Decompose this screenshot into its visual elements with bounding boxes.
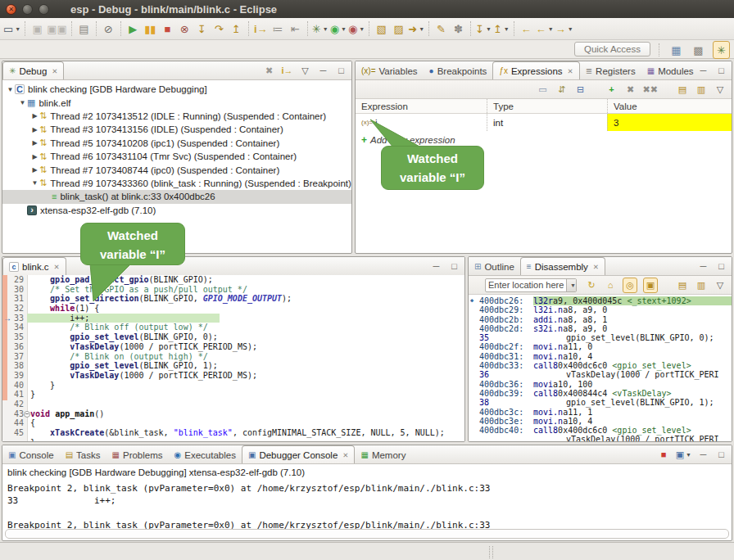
resume-button[interactable]: ▶ <box>125 20 141 37</box>
sync-context-button[interactable]: ◎ <box>623 278 637 293</box>
display-selected-console-button[interactable]: ▣▼ <box>676 448 691 461</box>
save-button[interactable]: ▣ <box>29 20 45 37</box>
line-number[interactable]: 39 <box>2 371 30 380</box>
minimize-button[interactable]: ─ <box>430 260 442 273</box>
remove-all-expressions-button[interactable]: ✖✖ <box>643 83 658 97</box>
flash-button[interactable]: ➜▼ <box>408 20 424 37</box>
tab-modules[interactable]: ▦Modules <box>641 62 700 79</box>
tab-close-icon[interactable]: ✕ <box>593 263 599 271</box>
window-close-button[interactable]: ✕ <box>6 4 16 15</box>
column-header-expression[interactable]: Expression <box>356 99 487 113</box>
line-number[interactable]: 40 <box>2 381 30 390</box>
line-number[interactable]: 44 <box>2 418 30 427</box>
skip-breakpoints-button[interactable]: ⊘ <box>101 20 116 37</box>
open-perspective-button[interactable]: ▦ <box>668 42 684 58</box>
tab-disassembly[interactable]: ≡Disassembly✕ <box>520 257 605 275</box>
show-logical-structures-button[interactable]: ⇵ <box>555 83 569 97</box>
debug-tree-row[interactable]: ▶⇅Thread #2 1073413512 (IDLE : Running) … <box>2 110 351 123</box>
window-maximize-button[interactable] <box>39 4 49 15</box>
terminate-button[interactable]: ■ <box>658 448 670 461</box>
line-number[interactable]: 38 <box>2 361 30 370</box>
value-cell[interactable]: 3 <box>607 114 732 131</box>
new-view-button[interactable]: ▤ <box>676 83 689 97</box>
add-expression-button[interactable]: + <box>605 83 618 97</box>
disassembly-content[interactable]: ◆400dbc26:l32ra9, 0x400d045c <_stext+109… <box>469 295 732 441</box>
fold-collapse-icon[interactable] <box>24 411 30 418</box>
debug-tree-row[interactable]: ▶⇅Thread #3 1073413156 (IDLE) (Suspended… <box>2 123 351 136</box>
step-into-button[interactable]: ↧ <box>194 20 210 37</box>
minimize-button[interactable]: ─ <box>697 448 709 461</box>
tab-breakpoints[interactable]: ●Breakpoints <box>424 62 493 79</box>
show-type-names-button[interactable]: ▭ <box>537 83 550 97</box>
tab-tasks[interactable]: ▤Tasks <box>60 446 106 463</box>
search-button[interactable]: ✽ <box>451 20 466 37</box>
tab-variables[interactable]: (x)=Variables <box>356 62 424 79</box>
debug-tree-row[interactable]: ▶⇅Thread #6 1073431104 (Tmr Svc) (Suspen… <box>2 150 351 163</box>
tab-debugger-console[interactable]: ▣Debugger Console✕ <box>242 445 355 463</box>
disconnect-button[interactable]: ⊗ <box>177 20 193 37</box>
tree-twisty-icon[interactable]: ▼ <box>18 99 27 106</box>
new-button[interactable]: ▭▼ <box>3 20 20 37</box>
column-header-value[interactable]: Value <box>607 99 732 113</box>
line-number[interactable]: 45 <box>2 428 30 437</box>
console-output[interactable]: Breakpoint 2, blink_task (pvParameter=0x… <box>2 479 732 529</box>
line-number[interactable]: 36 <box>2 342 30 351</box>
instruction-stepping-button[interactable]: i→ <box>253 20 269 37</box>
view-menu-button[interactable]: ▽ <box>299 64 311 77</box>
line-number[interactable]: 29 <box>2 275 30 284</box>
next-annotation-button[interactable]: ↥▼ <box>493 20 510 37</box>
tree-twisty-icon[interactable]: ▶ <box>30 166 39 174</box>
tab-blink-c[interactable]: cblink.c✕ <box>2 257 66 275</box>
column-header-type[interactable]: Type <box>487 99 607 113</box>
format-button[interactable]: ✎ <box>433 20 449 37</box>
debug-tree-row[interactable]: ›xtensa-esp32-elf-gdb (7.10) <box>2 204 351 217</box>
step-return-button[interactable]: ↥ <box>229 20 244 37</box>
line-number[interactable]: 42 <box>2 400 30 409</box>
forward-button[interactable]: →▼ <box>555 20 573 37</box>
maximize-button[interactable]: □ <box>715 64 727 77</box>
tree-twisty-icon[interactable]: ▶ <box>30 153 39 160</box>
remove-expression-button[interactable]: ✖ <box>624 83 637 97</box>
debug-tree-row[interactable]: ▼▦blink.elf <box>2 96 351 109</box>
debug-tree-row[interactable]: ▶⇅Thread #7 1073408744 (ipc0) (Suspended… <box>2 163 351 176</box>
window-minimize-button[interactable] <box>22 4 33 15</box>
debug-tree-row[interactable]: ▼Cblink checking [GDB Hardware Debugging… <box>2 83 351 96</box>
line-number[interactable]: 37 <box>2 352 30 361</box>
view-menu-button[interactable]: ▽ <box>714 83 727 97</box>
line-number[interactable]: 41 <box>2 390 30 399</box>
step-over-button[interactable]: ↷ <box>211 20 227 37</box>
run-button[interactable]: ◉▼ <box>330 20 347 37</box>
refresh-button[interactable]: ↻ <box>585 278 598 292</box>
back-history-button[interactable]: ←▼ <box>536 20 554 37</box>
show-source-lookup-button[interactable]: ≔ <box>270 20 286 37</box>
combo-dropdown-icon[interactable]: ▼ <box>566 279 577 291</box>
remove-all-terminated-button[interactable]: ✖ <box>263 64 275 77</box>
debug-button[interactable]: ✳▼ <box>312 20 328 37</box>
suspend-button[interactable]: ▮▮ <box>143 20 158 37</box>
location-combo[interactable]: Enter location here ▼ <box>485 278 577 292</box>
line-number[interactable]: 35 <box>2 332 30 341</box>
tab-problems[interactable]: ▦Problems <box>106 446 169 463</box>
pin-view-button[interactable]: ▥ <box>695 278 708 292</box>
tree-twisty-icon[interactable]: ▼ <box>30 179 39 187</box>
drop-to-frame-button[interactable]: ⇤ <box>288 20 303 37</box>
tab-close-icon[interactable]: ✕ <box>54 263 60 271</box>
quick-access-button[interactable]: Quick Access <box>574 42 650 56</box>
maximize-button[interactable]: □ <box>715 260 727 273</box>
minimize-button[interactable]: ─ <box>697 260 709 273</box>
tab-expressions[interactable]: ƒxExpressions✕ <box>492 61 579 79</box>
instruction-stepping-mode-button[interactable]: i→ <box>281 64 293 77</box>
build-button[interactable]: ▤ <box>76 20 92 37</box>
debug-tree-row[interactable]: ▼⇅Thread #9 1073433360 (blink_task : Run… <box>2 177 351 190</box>
debug-tree-row[interactable]: ▶⇅Thread #5 1073410208 (ipc1) (Suspended… <box>2 137 351 150</box>
tree-twisty-icon[interactable]: ▶ <box>30 112 39 120</box>
view-menu-button[interactable]: ▽ <box>714 278 727 292</box>
new-view-button[interactable]: ▤ <box>676 278 689 292</box>
type-cell[interactable]: int <box>487 114 607 131</box>
profile-button[interactable]: ◉▼ <box>348 20 365 37</box>
tab-executables[interactable]: ◉Executables <box>169 446 242 463</box>
maximize-button[interactable]: □ <box>335 64 347 77</box>
save-all-button[interactable]: ▣▣ <box>47 20 67 37</box>
tree-twisty-icon[interactable]: ▶ <box>30 139 39 147</box>
java-perspective-button[interactable]: ▩ <box>691 42 706 58</box>
